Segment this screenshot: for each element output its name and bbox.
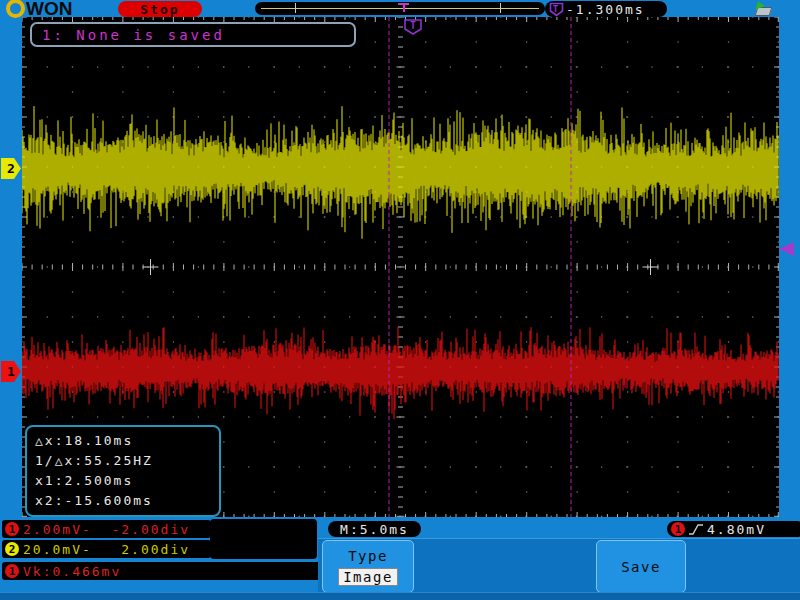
usb-storage-icon	[752, 1, 772, 16]
frequency-counter-badge: 1	[5, 564, 19, 578]
channel1-settings-bar: 1 2.00mV- -2.00div	[2, 520, 211, 538]
trigger-info-readout: 1 4.80mV	[667, 521, 800, 537]
trigger-level-arrow-icon[interactable]	[779, 242, 794, 256]
svg-text:T: T	[410, 20, 416, 31]
cursor-x2: x2:-15.600ms	[35, 491, 219, 511]
rising-edge-icon	[688, 523, 704, 536]
type-label: Type	[348, 548, 388, 564]
type-softkey-button[interactable]: Type Image	[322, 540, 414, 593]
timebase-readout: M:5.0ms	[328, 521, 421, 537]
trigger-offset-readout: T -1.300ms	[545, 1, 667, 17]
channel1-settings-text: 2.00mV- -2.00div	[23, 522, 190, 537]
channel1-trace	[22, 327, 778, 419]
channel2-position-marker[interactable]: 2	[1, 158, 21, 179]
acquire-info-box: (100MS/s) Depth:10M	[210, 519, 317, 559]
svg-text:T: T	[553, 3, 560, 13]
bottom-strip	[0, 592, 800, 600]
trigger-offset-value: -1.300ms	[566, 2, 645, 17]
memory-line	[261, 8, 539, 9]
cursor-delta-x: △x:18.10ms	[35, 431, 219, 451]
trigger-position-t-icon[interactable]: T	[405, 20, 421, 34]
cursor-measurement-box: △x:18.10ms 1/△x:55.25HZ x1:2.500ms x2:-1…	[25, 425, 221, 517]
channel1-badge: 1	[5, 522, 19, 536]
channel2-settings-bar: 2 20.0mV- 2.00div	[2, 540, 211, 558]
cursor-frequency: 1/△x:55.25HZ	[35, 451, 219, 471]
save-label: Save	[621, 559, 661, 575]
run-status-button[interactable]: Stop	[118, 1, 202, 17]
owon-logo-ring-icon	[6, 0, 25, 18]
scope-display-area: T 1: None is saved △x:18.10ms 1/△x:55.25…	[22, 17, 779, 517]
window-tick-right	[500, 3, 501, 13]
owon-logo: WON	[6, 0, 72, 18]
trigger-position-marker-stem	[403, 5, 405, 12]
save-notice-box: 1: None is saved	[30, 22, 356, 47]
cursor-x1: x1:2.500ms	[35, 471, 219, 491]
oscilloscope-ui: { "brand": {"logo": "OWON", "logo_wordma…	[0, 0, 800, 600]
trigger-source-badge: 1	[671, 522, 685, 536]
channel2-badge: 2	[5, 542, 19, 556]
trigger-level-value: 4.80mV	[707, 522, 766, 537]
channel1-position-marker[interactable]: 1	[1, 361, 21, 382]
frequency-counter-bar: 1 Vk:0.466mv	[2, 562, 324, 580]
type-selected-value: Image	[338, 568, 398, 586]
channel2-settings-text: 20.0mV- 2.00div	[23, 542, 190, 557]
horizontal-position-bar[interactable]	[255, 2, 545, 15]
frequency-counter-text: Vk:0.466mv	[23, 564, 121, 579]
trigger-t-icon: T	[549, 2, 564, 17]
save-softkey-button[interactable]: Save	[596, 540, 686, 593]
channel2-trace	[22, 106, 778, 239]
window-tick-left	[295, 3, 296, 13]
